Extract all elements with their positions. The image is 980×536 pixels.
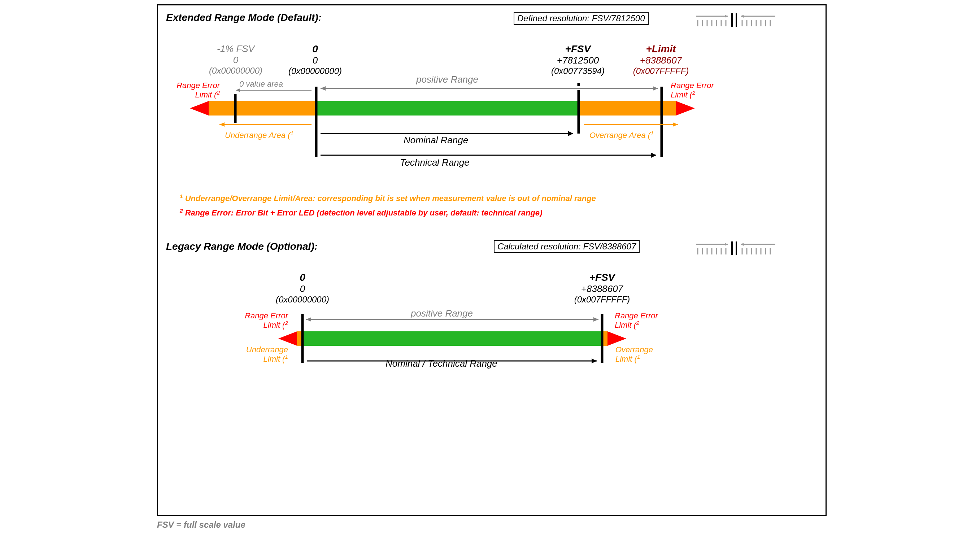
- mark-value: +8388607: [619, 55, 702, 66]
- sup-1: 1: [651, 130, 654, 136]
- mark-hex: (0x007FFFFF): [560, 294, 644, 305]
- svg-marker-35: [220, 122, 224, 127]
- svg-marker-41: [651, 153, 656, 158]
- underrange-area-label: Underrange Area (1: [225, 130, 293, 140]
- text: Underrange Area (: [225, 130, 290, 140]
- svg-marker-27: [190, 101, 208, 116]
- mark-value: 0: [274, 55, 356, 66]
- mark-zero: 0 0 (0x00000000): [274, 43, 356, 76]
- svg-marker-28: [676, 101, 695, 116]
- text: Overrange Area (: [589, 130, 651, 140]
- svg-marker-39: [568, 131, 573, 136]
- mark-hex: (0x007FFFFF): [619, 66, 702, 76]
- mark-label: -1% FSV: [200, 43, 272, 54]
- mark-value: +7812500: [536, 55, 619, 66]
- mark-value: 0: [261, 283, 344, 294]
- svg-marker-12: [741, 15, 744, 17]
- sup-1: 1: [290, 130, 293, 136]
- svg-marker-73: [592, 358, 597, 363]
- svg-rect-26: [316, 101, 579, 116]
- svg-marker-69: [608, 331, 626, 346]
- footer-caption: FSV = full scale value: [157, 520, 245, 530]
- legacy-mark-fsv: +FSV +8388607 (0x007FFFFF): [560, 272, 644, 305]
- mark-label: +FSV: [536, 43, 619, 55]
- mark-neg1fsv: -1% FSV 0 (0x00000000): [200, 43, 272, 76]
- text: Underrange/Overrange Limit/Area: corresp…: [185, 194, 596, 203]
- svg-marker-63: [306, 317, 311, 321]
- mark-label: +FSV: [560, 272, 644, 283]
- svg-marker-37: [673, 122, 678, 127]
- extended-range-bar: [173, 83, 721, 162]
- legacy-range-bar: [266, 314, 638, 375]
- svg-marker-24: [236, 88, 240, 92]
- resolution-glyph-legacy: [696, 241, 779, 256]
- sup: 2: [180, 208, 183, 214]
- mark-hex: (0x00000000): [261, 294, 344, 305]
- svg-marker-22: [653, 86, 658, 91]
- diagram-frame: Extended Range Mode (Default): Defined r…: [157, 4, 827, 516]
- nominal-range-label: Nominal Range: [404, 135, 468, 146]
- sup: 1: [180, 193, 183, 199]
- overrange-area-label: Overrange Area (1: [589, 130, 654, 140]
- mark-hex: (0x00000000): [200, 66, 272, 76]
- technical-range-label: Technical Range: [400, 157, 469, 168]
- footnote-2: 2 Range Error: Error Bit + Error LED (de…: [180, 208, 542, 218]
- resolution-glyph-extended: [696, 13, 779, 28]
- mark-label: 0: [261, 272, 344, 283]
- mark-label: +Limit: [619, 43, 702, 55]
- extended-resolution-box: Defined resolution: FSV/7812500: [514, 12, 649, 25]
- svg-marker-68: [278, 331, 297, 346]
- footnote-1: 1 Underrange/Overrange Limit/Area: corre…: [180, 193, 596, 203]
- svg-marker-43: [725, 243, 728, 246]
- legacy-resolution-box: Calculated resolution: FSV/8388607: [494, 240, 640, 253]
- mark-fsv: +FSV +7812500 (0x00773594): [536, 43, 619, 76]
- svg-marker-1: [725, 15, 728, 17]
- svg-rect-65: [302, 331, 602, 346]
- extended-mode-title: Extended Range Mode (Default):: [166, 12, 321, 24]
- legacy-mode-title: Legacy Range Mode (Optional):: [166, 241, 318, 252]
- text: Range Error: Error Bit + Error LED (dete…: [185, 208, 542, 217]
- mark-value: 0: [200, 54, 272, 66]
- mark-hex: (0x00000000): [274, 66, 356, 76]
- legacy-mark-zero: 0 0 (0x00000000): [261, 272, 344, 305]
- mark-limit: +Limit +8388607 (0x007FFFFF): [619, 43, 702, 76]
- mark-hex: (0x00773594): [536, 66, 619, 76]
- mark-label: 0: [274, 43, 356, 55]
- mark-value: +8388607: [560, 283, 644, 294]
- svg-marker-64: [593, 317, 598, 321]
- svg-marker-54: [741, 243, 744, 246]
- svg-marker-21: [321, 86, 326, 91]
